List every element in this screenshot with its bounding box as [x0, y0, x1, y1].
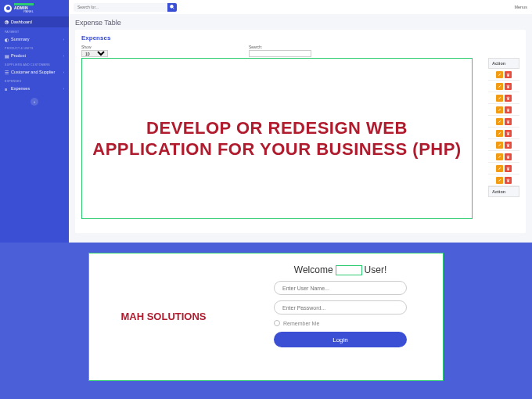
sidebar-section-suppliers: SUPPLIERS AND CUSTOMERS: [0, 60, 69, 67]
chevron-right-icon: ›: [63, 87, 64, 91]
sidebar-section-expenses: EXPENSES: [0, 77, 69, 84]
search-button[interactable]: [167, 3, 177, 12]
menus-link[interactable]: Menus: [514, 5, 527, 9]
remember-checkbox[interactable]: [274, 320, 280, 326]
card-title: Expenses: [81, 34, 519, 41]
delete-button[interactable]: [505, 118, 512, 125]
chevron-right-icon: ›: [63, 38, 64, 41]
login-form: Welcome User! Remember Me Login: [238, 253, 443, 380]
welcome-heading: Welcome User!: [294, 264, 386, 275]
sidebar-section-product: PRODUCT & UNITS: [0, 44, 69, 51]
edit-button[interactable]: [496, 95, 503, 102]
promo-headline: DEVELOP OR REDESIGN WEB APPLICATION FOR …: [90, 117, 464, 160]
summary-icon: ◐: [5, 38, 9, 41]
edit-button[interactable]: [496, 106, 503, 113]
show-label: Show: [81, 45, 108, 49]
admin-app-panel: ADMIN PANEL Dashboard PAYMENT ◐ Summary …: [0, 0, 532, 243]
sidebar-item-product[interactable]: ▤ Product ›: [0, 51, 69, 60]
action-header: Action: [488, 58, 519, 69]
sidebar-item-summary[interactable]: ◐ Summary ›: [0, 34, 69, 44]
sidebar-item-label: Dashboard: [11, 20, 32, 24]
login-brand-area: MAH SOLUTIONS: [89, 253, 238, 380]
table-row-actions: [488, 163, 519, 174]
edit-button[interactable]: [496, 118, 503, 125]
content: Expense Table Expenses Show 10 entries S…: [69, 14, 532, 243]
search-input[interactable]: [74, 3, 167, 12]
edit-button[interactable]: [496, 177, 503, 184]
users-icon: ☰: [5, 70, 9, 74]
sidebar-item-expenses[interactable]: ≡ Expenses ›: [0, 84, 69, 93]
dashboard-icon: [5, 20, 9, 24]
sidebar-item-label: Customer and Supplier: [11, 70, 55, 74]
delete-button[interactable]: [505, 142, 512, 149]
chevron-right-icon: ›: [63, 54, 64, 58]
sidebar-item-customer-supplier[interactable]: ☰ Customer and Supplier ›: [0, 67, 69, 77]
sidebar-logo: ADMIN PANEL: [0, 0, 69, 16]
table-row-actions: [488, 104, 519, 116]
action-footer: Action: [488, 186, 519, 197]
edit-button[interactable]: [496, 165, 503, 172]
delete-button[interactable]: [505, 71, 512, 78]
table-row-actions: [488, 116, 519, 128]
expenses-icon: ≡: [5, 87, 9, 91]
delete-button[interactable]: [505, 83, 512, 90]
page-title: Expense Table: [75, 19, 526, 27]
remember-label: Remember Me: [283, 321, 319, 326]
welcome-highlight-box: [336, 265, 362, 275]
edit-button[interactable]: [496, 153, 503, 160]
chevron-right-icon: ›: [63, 70, 64, 74]
brand-subtitle: PANEL: [23, 10, 34, 13]
table-row-actions: [488, 92, 519, 104]
table-search-input[interactable]: [249, 50, 311, 57]
login-button[interactable]: Login: [274, 332, 407, 347]
product-icon: ▤: [5, 54, 9, 58]
logo-icon: [4, 5, 12, 13]
sidebar-item-dashboard[interactable]: Dashboard: [0, 16, 69, 27]
sidebar: ADMIN PANEL Dashboard PAYMENT ◐ Summary …: [0, 0, 69, 243]
delete-button[interactable]: [505, 153, 512, 160]
login-brand-text: MAH SOLUTIONS: [120, 311, 206, 324]
delete-button[interactable]: [505, 106, 512, 113]
password-field[interactable]: [274, 300, 407, 315]
welcome-pre: Welcome: [294, 264, 333, 275]
table-row-actions: [488, 69, 519, 81]
entries-select[interactable]: 10: [81, 50, 108, 57]
edit-button[interactable]: [496, 130, 503, 137]
main-area: Menus Expense Table Expenses Show 10 ent…: [69, 0, 532, 243]
table-row-actions: [488, 174, 519, 186]
action-column: Action Action: [488, 58, 519, 197]
edit-button[interactable]: [496, 71, 503, 78]
delete-button[interactable]: [505, 130, 512, 137]
sidebar-item-label: Expenses: [11, 86, 30, 91]
expense-card: Expenses Show 10 entries Search: DEVELOP…: [75, 30, 526, 233]
search-label: Search:: [249, 45, 311, 49]
topbar: Menus: [69, 0, 532, 14]
login-panel: MAH SOLUTIONS Welcome User! Remember Me …: [88, 253, 444, 381]
promo-overlay: DEVELOP OR REDESIGN WEB APPLICATION FOR …: [81, 58, 473, 219]
sidebar-section-payment: PAYMENT: [0, 27, 69, 34]
table-row-actions: [488, 128, 519, 139]
delete-button[interactable]: [505, 95, 512, 102]
sidebar-collapse-button[interactable]: ‹: [31, 98, 38, 106]
search-icon: [170, 5, 174, 9]
edit-button[interactable]: [496, 83, 503, 90]
sidebar-item-label: Product: [11, 53, 26, 58]
table-row-actions: [488, 139, 519, 151]
search-wrap: [74, 3, 177, 12]
delete-button[interactable]: [505, 177, 512, 184]
remember-me-row[interactable]: Remember Me: [274, 320, 407, 326]
table-row-actions: [488, 81, 519, 92]
edit-button[interactable]: [496, 142, 503, 149]
username-field[interactable]: [274, 281, 407, 295]
sidebar-item-label: Summary: [11, 37, 30, 41]
welcome-post: User!: [365, 264, 387, 275]
delete-button[interactable]: [505, 165, 512, 172]
table-row-actions: [488, 151, 519, 163]
